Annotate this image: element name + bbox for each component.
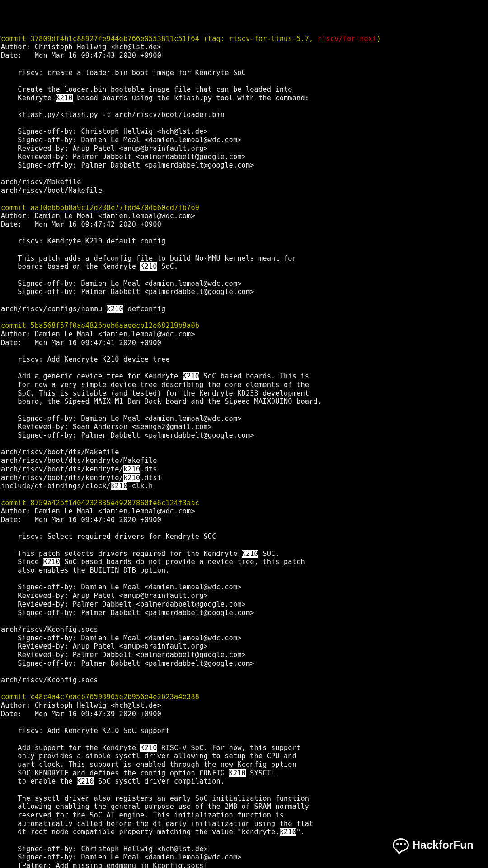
chat-bubble-icon: [393, 838, 409, 852]
watermark-badge: HackforFun: [393, 838, 474, 852]
terminal-output[interactable]: commit 37809df4b1c88927fe944eb766e055381…: [1, 35, 487, 868]
watermark-text: HackforFun: [413, 838, 474, 852]
